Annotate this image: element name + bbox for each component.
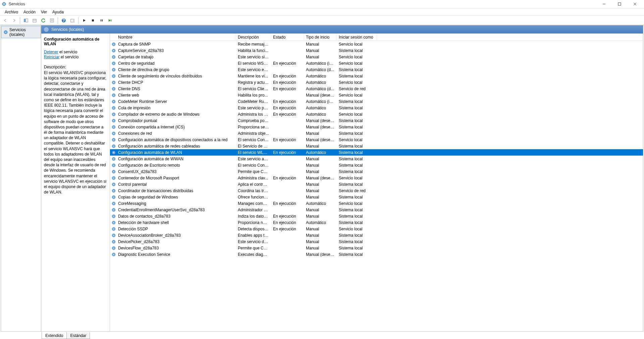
service-gear-icon xyxy=(110,157,116,161)
service-row[interactable]: Centro de seguridadEl servicio WSCS...En… xyxy=(110,60,643,66)
svg-point-56 xyxy=(113,146,114,147)
service-row[interactable]: CredentialEnrollmentManagerUserSvc_d28a7… xyxy=(110,207,643,213)
cell-nombre: Captura de SNMP xyxy=(116,42,236,47)
tree-root-services[interactable]: Servicios (locales) xyxy=(1,26,41,38)
cell-nombre: Comprobador puntual xyxy=(116,118,236,123)
service-row[interactable]: DevicePicker_d28a783Este servicio de ...… xyxy=(110,238,643,245)
service-row[interactable]: Cliente webHabilita los pro...Manual (de… xyxy=(110,92,643,98)
close-button[interactable] xyxy=(627,0,643,8)
properties-button[interactable] xyxy=(48,16,56,24)
cell-tipo: Manual xyxy=(304,246,337,250)
col-descripcion[interactable]: Descripción xyxy=(236,34,271,41)
cell-logon: Servicio local xyxy=(337,61,377,66)
col-tipo-inicio[interactable]: Tipo de inicio xyxy=(304,34,337,41)
svg-point-66 xyxy=(113,177,114,178)
service-row[interactable]: Cliente DHCPRegistra y actua...En ejecuc… xyxy=(110,79,643,86)
svg-point-52 xyxy=(113,133,114,134)
stop-link[interactable]: Detener xyxy=(44,50,58,54)
minimize-button[interactable] xyxy=(596,0,612,8)
cell-tipo: Manual xyxy=(304,188,337,193)
cell-logon: Sistema local xyxy=(337,195,377,200)
cell-estado: En ejecución xyxy=(271,214,304,219)
service-row[interactable]: Configuración de Escritorio remotoEl ser… xyxy=(110,162,643,168)
cell-descripcion: Ofrece funciona... xyxy=(236,195,271,200)
stop-service-button[interactable] xyxy=(89,16,97,24)
cell-tipo: Automático (d... xyxy=(304,87,337,91)
cell-descripcion: Administra clav... xyxy=(236,176,271,180)
cell-logon: Sistema local xyxy=(337,118,377,123)
service-row[interactable]: CoreMessagingManages comm...En ejecución… xyxy=(110,200,643,207)
cell-estado: En ejecución xyxy=(271,74,304,78)
service-row[interactable]: Diagnostic Execution ServiceExecutes dia… xyxy=(110,251,643,258)
svg-rect-7 xyxy=(26,19,28,22)
list-pane[interactable]: Nombre Descripción Estado Tipo de inicio… xyxy=(110,34,643,331)
start-service-button[interactable] xyxy=(80,16,88,24)
service-row[interactable]: Cliente DNSEl servicio Client...En ejecu… xyxy=(110,86,643,92)
service-row[interactable]: Configuración automática de WWANEste ser… xyxy=(110,156,643,162)
col-estado[interactable]: Estado xyxy=(271,34,304,41)
maximize-button[interactable] xyxy=(612,0,627,8)
menu-ver[interactable]: Ver xyxy=(38,9,50,15)
service-row[interactable]: Captura de SNMPRecibe mensaje...ManualSe… xyxy=(110,41,643,47)
service-gear-icon xyxy=(110,42,116,47)
forward-button[interactable] xyxy=(10,16,18,24)
svg-point-24 xyxy=(113,44,114,45)
cell-descripcion: Permite que Co... xyxy=(236,246,271,250)
service-row[interactable]: Conexiones de redAdministra obje...Manua… xyxy=(110,130,643,136)
service-row[interactable]: Detección SSDPDetecta disposit...En ejec… xyxy=(110,226,643,232)
service-row[interactable]: ConsentUX_d28a783Permite que Co...Manual… xyxy=(110,168,643,175)
toolbar-separator xyxy=(20,17,20,24)
svg-point-84 xyxy=(113,235,114,236)
export-list-button[interactable] xyxy=(31,16,39,24)
service-row[interactable]: Configuración automática de dispositivos… xyxy=(110,136,643,143)
col-iniciar-sesion[interactable]: Iniciar sesión como xyxy=(337,34,377,41)
cell-estado: En ejecución xyxy=(271,87,304,91)
show-hide-action-pane-button[interactable] xyxy=(68,16,76,24)
service-row[interactable]: Contenedor de Microsoft PassportAdminist… xyxy=(110,175,643,181)
service-row[interactable]: Coordinador de transacciones distribuida… xyxy=(110,187,643,194)
service-row[interactable]: Conexión compartida a Internet (ICS)Prop… xyxy=(110,124,643,130)
service-row[interactable]: Datos de contactos_d28a783Indiza los dat… xyxy=(110,213,643,219)
cell-descripcion: Recibe mensaje... xyxy=(236,42,271,47)
cell-tipo: Automático xyxy=(304,112,337,117)
show-hide-tree-button[interactable] xyxy=(22,16,30,24)
tab-estandar[interactable]: Estándar xyxy=(66,332,90,339)
service-row[interactable]: CodeMeter Runtime ServerCodeMeter Run...… xyxy=(110,98,643,105)
cell-nombre: Cliente web xyxy=(116,93,236,98)
restart-link[interactable]: Reiniciar xyxy=(44,55,60,59)
menu-accion[interactable]: Acción xyxy=(21,9,38,15)
service-row[interactable]: Comprobador puntualComprueba pos...Manua… xyxy=(110,117,643,124)
cell-descripcion: Indiza los datos ... xyxy=(236,214,271,219)
pause-service-button[interactable] xyxy=(98,16,106,24)
service-row[interactable]: DevicesFlow_d28a783Permite que Co...Manu… xyxy=(110,245,643,251)
service-row[interactable]: DeviceAssociationBroker_d28a783Enables a… xyxy=(110,232,643,238)
service-row[interactable]: Detección de hardware shellProporciona n… xyxy=(110,219,643,226)
bottom-tabs: Extendido Estándar xyxy=(0,332,644,339)
col-icon[interactable] xyxy=(110,36,116,38)
gear-icon xyxy=(44,27,49,32)
service-gear-icon xyxy=(110,74,116,78)
back-button[interactable] xyxy=(1,16,9,24)
refresh-button[interactable] xyxy=(39,16,47,24)
cell-nombre: CaptureService_d28a783 xyxy=(116,48,236,53)
col-nombre[interactable]: Nombre xyxy=(116,34,236,41)
cell-logon: Servicio local xyxy=(337,176,377,180)
content-header: Servicios (locales) xyxy=(41,25,643,34)
service-row[interactable]: Cliente de seguimiento de vínculos distr… xyxy=(110,73,643,79)
svg-point-54 xyxy=(113,139,114,140)
service-row[interactable]: Cola de impresiónEste servicio po...En e… xyxy=(110,105,643,111)
help-button[interactable]: ? xyxy=(60,16,68,24)
service-row[interactable]: Compilador de extremo de audio de Window… xyxy=(110,111,643,117)
cell-tipo: Automático xyxy=(304,220,337,225)
service-row[interactable]: CaptureService_d28a783Habilita la funci.… xyxy=(110,47,643,54)
menu-archivo[interactable]: Archivo xyxy=(2,9,21,15)
service-row[interactable]: Carpetas de trabajoEste servicio sin...M… xyxy=(110,54,643,60)
service-row[interactable]: Configuración automática de redes cablea… xyxy=(110,143,643,149)
menu-ayuda[interactable]: Ayuda xyxy=(50,9,66,15)
service-row[interactable]: Cliente de directiva de grupoEste servic… xyxy=(110,66,643,73)
service-row[interactable]: Control parentalAplica el control...Manu… xyxy=(110,181,643,187)
service-row[interactable]: Copias de seguridad de WindowsOfrece fun… xyxy=(110,194,643,200)
service-row[interactable]: Configuración automática de WLANEl servi… xyxy=(110,149,643,156)
restart-service-button[interactable] xyxy=(106,16,114,24)
tab-extendido[interactable]: Extendido xyxy=(42,332,67,339)
